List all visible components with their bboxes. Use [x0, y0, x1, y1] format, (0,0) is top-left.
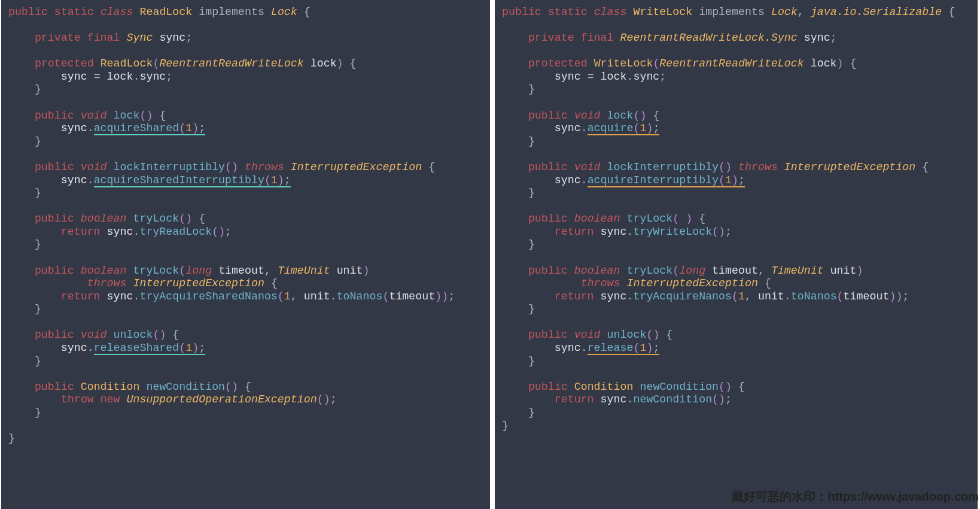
kw-class: class	[101, 6, 133, 18]
kw-implements: implements	[199, 6, 264, 18]
kw-public: public	[8, 6, 48, 18]
highlight-releaseShared: releaseShared(1);	[94, 342, 206, 355]
type-Lock: Lock	[271, 6, 297, 18]
left-code-panel: public static class ReadLock implements …	[1, 0, 490, 509]
watermark-footer: 藏好可恶的水印：https://www.javadoop.com	[1, 490, 979, 504]
right-code-panel: public static class WriteLock implements…	[495, 0, 978, 509]
type-ReadLock: ReadLock	[139, 6, 192, 18]
highlight-acquireInterruptibly: acquireInterruptibly(1);	[588, 174, 745, 187]
highlight-release: release(1);	[588, 342, 660, 355]
type-Serializable: java.io.Serializable	[811, 6, 942, 18]
code-diff-container: public static class ReadLock implements …	[0, 0, 980, 509]
highlight-acquireShared: acquireShared(1);	[94, 122, 206, 135]
highlight-acquireSharedInterruptibly: acquireSharedInterruptibly(1);	[94, 174, 291, 187]
type-WriteLock: WriteLock	[633, 6, 692, 18]
highlight-acquire: acquire(1);	[588, 122, 660, 135]
kw-static: static	[54, 6, 94, 18]
